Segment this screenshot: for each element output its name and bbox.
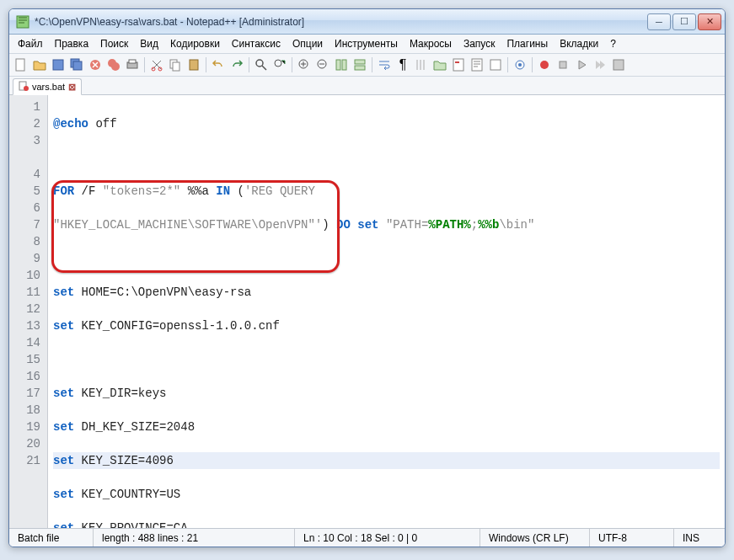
editor-area[interactable]: 1 2 3 4 5 6 7 8 9 10 11 12 13 14 15 16 1… (9, 95, 725, 528)
app-window: *C:\OpenVPN\easy-rsa\vars.bat - Notepad+… (8, 8, 726, 547)
statusbar: Batch file length : 488 lines : 21 Ln : … (9, 528, 725, 547)
separator (249, 57, 249, 72)
svg-point-29 (540, 61, 549, 69)
menu-search[interactable]: Поиск (95, 36, 133, 51)
tabbar: vars.bat ⊠ (9, 77, 725, 95)
menu-encoding[interactable]: Кодировки (165, 36, 225, 51)
svg-rect-23 (453, 59, 463, 71)
svg-point-16 (275, 60, 281, 67)
separator (372, 57, 372, 72)
status-position: Ln : 10 Col : 18 Sel : 0 | 0 (295, 529, 480, 547)
macro-play-icon[interactable] (573, 56, 590, 73)
wordwrap-icon[interactable] (376, 56, 393, 73)
svg-rect-2 (53, 60, 63, 70)
menu-plugins[interactable]: Плагины (501, 36, 553, 51)
menu-tabs[interactable]: Вкладки (555, 36, 603, 51)
tab-label: vars.bat (32, 82, 65, 92)
svg-rect-25 (472, 59, 482, 71)
cut-icon[interactable] (148, 56, 165, 73)
tab-close-icon[interactable]: ⊠ (68, 82, 76, 93)
svg-rect-22 (355, 66, 365, 70)
sync-v-icon[interactable] (333, 56, 350, 73)
separator (292, 57, 292, 72)
redo-icon[interactable] (228, 56, 245, 73)
folder-as-workspace-icon[interactable] (431, 56, 448, 73)
menu-file[interactable]: Файл (13, 36, 48, 51)
save-all-icon[interactable] (68, 56, 85, 73)
svg-rect-14 (190, 60, 198, 70)
menu-edit[interactable]: Правка (50, 36, 94, 51)
minimize-button[interactable]: ─ (647, 13, 671, 30)
svg-rect-4 (73, 61, 82, 70)
status-filetype: Batch file (9, 529, 94, 547)
titlebar: *C:\OpenVPN\easy-rsa\vars.bat - Notepad+… (9, 9, 725, 35)
close-file-icon[interactable] (87, 56, 104, 73)
line-gutter: 1 2 3 4 5 6 7 8 9 10 11 12 13 14 15 16 1… (9, 95, 48, 528)
file-tab[interactable]: vars.bat ⊠ (13, 78, 82, 95)
svg-rect-30 (560, 61, 566, 68)
new-file-icon[interactable] (13, 56, 29, 73)
save-icon[interactable] (50, 56, 67, 73)
copy-icon[interactable] (167, 56, 184, 73)
svg-rect-19 (336, 60, 340, 70)
zoom-in-icon[interactable] (296, 56, 313, 73)
macro-stop-icon[interactable] (555, 56, 571, 73)
menu-macros[interactable]: Макросы (405, 36, 457, 51)
function-list-icon[interactable] (469, 56, 485, 73)
menubar: Файл Правка Поиск Вид Кодировки Синтакси… (9, 35, 725, 54)
menu-run[interactable]: Запуск (458, 36, 501, 51)
status-length: length : 488 lines : 21 (94, 529, 295, 547)
replace-icon[interactable] (271, 56, 288, 73)
svg-rect-21 (355, 60, 365, 64)
app-icon (16, 15, 29, 29)
macro-play-multi-icon[interactable] (592, 56, 608, 73)
file-icon (19, 81, 29, 93)
svg-rect-26 (490, 60, 501, 70)
svg-rect-1 (16, 59, 24, 71)
window-title: *C:\OpenVPN\easy-rsa\vars.bat - Notepad+… (35, 16, 647, 28)
svg-rect-31 (613, 60, 624, 70)
svg-point-7 (111, 62, 120, 71)
svg-point-28 (518, 63, 522, 67)
doc-switcher-icon[interactable] (487, 56, 504, 73)
separator (144, 57, 145, 72)
zoom-out-icon[interactable] (314, 56, 331, 73)
find-icon[interactable] (253, 56, 270, 73)
close-button[interactable]: ✕ (698, 13, 721, 30)
toolbar: ¶ (9, 54, 725, 77)
svg-rect-13 (173, 62, 179, 71)
paste-icon[interactable] (185, 56, 202, 73)
svg-rect-9 (129, 60, 136, 63)
menu-help[interactable]: ? (605, 36, 621, 51)
code-content[interactable]: @echo off FOR /F "tokens=2*" %%a IN ('RE… (48, 95, 725, 528)
undo-icon[interactable] (210, 56, 227, 73)
open-file-icon[interactable] (31, 56, 48, 73)
maximize-button[interactable]: ☐ (672, 13, 696, 30)
macro-record-icon[interactable] (536, 56, 553, 73)
macro-save-icon[interactable] (610, 56, 627, 73)
separator (507, 57, 508, 72)
show-all-chars-icon[interactable]: ¶ (394, 56, 411, 73)
svg-rect-24 (455, 61, 459, 63)
separator (206, 57, 206, 72)
menu-tools[interactable]: Инструменты (329, 36, 403, 51)
status-encoding: UTF-8 (590, 529, 674, 547)
print-icon[interactable] (124, 56, 141, 73)
monitor-icon[interactable] (512, 56, 528, 73)
menu-options[interactable]: Опции (287, 36, 328, 51)
separator (532, 57, 533, 72)
svg-point-33 (24, 86, 29, 91)
indent-guide-icon[interactable] (413, 56, 430, 73)
sync-h-icon[interactable] (351, 56, 368, 73)
status-eol: Windows (CR LF) (480, 529, 590, 547)
doc-map-icon[interactable] (450, 56, 467, 73)
close-all-icon[interactable] (105, 56, 122, 73)
svg-rect-20 (342, 60, 346, 70)
menu-view[interactable]: Вид (135, 36, 163, 51)
status-insert-mode: INS (674, 529, 725, 547)
svg-point-15 (256, 60, 263, 67)
menu-syntax[interactable]: Синтаксис (227, 36, 286, 51)
